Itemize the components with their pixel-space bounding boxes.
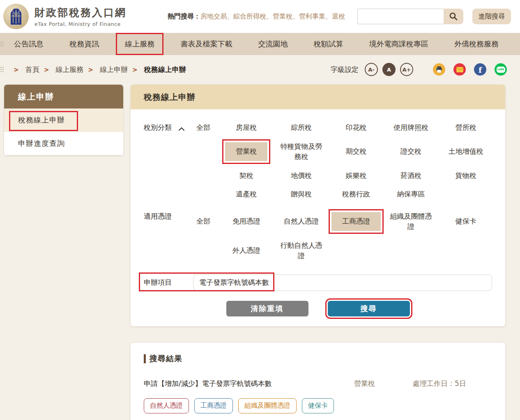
nav-item[interactable]: 外僑稅務服務 xyxy=(449,37,504,51)
result-title-link[interactable]: 申請【增加/減少】電子發票字軌號碼本數 xyxy=(144,379,354,388)
collapse-caret-icon[interactable] xyxy=(178,125,185,133)
results-heading-row: 搜尋結果 xyxy=(144,353,492,364)
tax-category-chip[interactable]: 贈與稅 xyxy=(288,187,315,202)
tax-category-chip[interactable]: 契稅 xyxy=(236,168,257,184)
clear-button[interactable]: 清除重填 xyxy=(226,301,308,316)
results-heading: 搜尋結果 xyxy=(150,353,182,364)
content: 線上申辦 稅務線上申辦 申辦進度查詢 稅務線上申辦 稅別分類 xyxy=(0,84,520,420)
tax-category-chip[interactable]: 納保專區 xyxy=(394,187,428,202)
breadcrumb-separator: > xyxy=(132,66,138,74)
facebook-icon[interactable]: f xyxy=(474,63,486,76)
breadcrumb-item: > 線上申辦 xyxy=(83,65,128,74)
breadcrumb-separator: > xyxy=(14,66,19,74)
tax-category-chip[interactable]: 地價稅 xyxy=(288,168,315,184)
hot-search-link[interactable]: 營利事業 xyxy=(299,12,325,20)
certificate-chip[interactable]: 工商憑證 xyxy=(331,212,381,231)
tax-category-chip[interactable]: 使用牌照稅 xyxy=(390,120,432,136)
share-icons: f LINE xyxy=(433,63,507,76)
site-title-block: 財政部稅務入口網 eTax Portal, Ministry of Financ… xyxy=(35,6,127,27)
breadcrumb-link[interactable]: 稅務線上申辦 xyxy=(144,65,186,74)
hot-search-link[interactable]: 房地交易 xyxy=(200,12,227,20)
site-logo[interactable]: 財政部稅務入口網 eTax Portal, Ministry of Financ… xyxy=(3,4,127,29)
search-submit-button[interactable] xyxy=(444,9,463,24)
certificate-chip[interactable]: 免用憑證 xyxy=(229,214,264,229)
tax-category-chip[interactable]: 貨物稅 xyxy=(452,168,480,184)
hot-search-link[interactable]: 退稅 xyxy=(332,12,345,20)
hot-search-item: 退稅、 xyxy=(332,12,345,20)
tax-category-chip[interactable]: 遺產稅 xyxy=(232,187,260,202)
certificate-chip[interactable]: 行動自然人憑證 xyxy=(275,238,328,264)
sidebar-item[interactable]: 稅務線上申辦 xyxy=(4,108,123,132)
certificate-chip[interactable]: 健保卡 xyxy=(452,214,480,229)
tax-category-chip[interactable]: 期交稅 xyxy=(342,144,370,159)
tax-category-chip[interactable]: 全部 xyxy=(193,120,214,136)
filter-card: 稅務線上申辦 稅別分類 全部 xyxy=(131,85,505,326)
certificate-tag[interactable]: 健保卡 xyxy=(302,398,334,413)
email-icon[interactable] xyxy=(453,63,466,76)
certificate-tag[interactable]: 自然人憑證 xyxy=(144,398,189,413)
certificate-chip[interactable]: 組織及團體憑證 xyxy=(385,209,437,235)
certificate-chip[interactable]: 自然人憑證 xyxy=(281,214,322,229)
breadcrumb-link[interactable]: 線上申辦 xyxy=(100,65,128,74)
site-title: 財政部稅務入口網 xyxy=(35,6,127,19)
tax-category-chip[interactable]: 印花稅 xyxy=(342,120,370,136)
certificate-tag[interactable]: 組織及團體憑證 xyxy=(238,398,297,413)
tax-category-chip[interactable]: 稅務行政 xyxy=(339,187,373,202)
certificate-chip[interactable]: 全部 xyxy=(193,214,214,229)
nav-item[interactable]: 公告訊息 xyxy=(9,37,48,51)
hot-search-link[interactable]: 綜合所得稅 xyxy=(233,12,266,20)
advanced-search-button[interactable]: 進階搜尋 xyxy=(472,9,511,24)
font-decrease-button[interactable]: A- xyxy=(365,63,378,76)
font-size-settings: 字級設定 A- A A+ xyxy=(331,63,413,76)
nav-items: 公告訊息 稅務資訊 線上服務 書表及檔案下載 交流園地 稅額試算 境外電商課稅專… xyxy=(9,37,504,51)
font-increase-button[interactable]: A+ xyxy=(400,63,413,76)
breadcrumb-link[interactable]: 線上服務 xyxy=(55,65,83,74)
tax-category-chip[interactable]: 娛樂稅 xyxy=(342,168,370,184)
certificate-tag[interactable]: 工商憑證 xyxy=(194,398,233,413)
filter-body: 稅別分類 全部 房屋稅 綜 xyxy=(131,109,505,326)
tax-category-chip[interactable]: 特種貨物及勞務稅 xyxy=(275,139,328,165)
sidebar-item[interactable]: 申辦進度查詢 xyxy=(4,132,123,155)
tax-category-chip[interactable]: 營所稅 xyxy=(452,120,480,136)
result-row: 申請【增加/減少】電子發票字軌號碼本數 營業稅 處理工作日：5日 xyxy=(144,379,492,388)
tax-category-chip[interactable]: 綜所稅 xyxy=(288,120,315,136)
nav-item[interactable]: 稅額試算 xyxy=(309,37,348,51)
print-icon[interactable] xyxy=(433,63,445,76)
hot-search-links: 房地交易、綜合所得稅、營業稅、營利事業、退稅、 xyxy=(200,12,345,20)
sidebar-items: 稅務線上申辦 申辦進度查詢 xyxy=(4,108,123,155)
breadcrumb-link[interactable]: 首頁 xyxy=(25,65,39,74)
hot-search-separator: 、 xyxy=(266,12,273,20)
facebook-f-glyph: f xyxy=(479,65,482,74)
breadcrumb-separator: > xyxy=(88,66,93,74)
certificate-grid: 全部 免用憑證 自然人憑證 工商憑證 組織及團體憑證 健保卡 xyxy=(189,209,492,264)
apply-item-input[interactable] xyxy=(193,275,492,291)
hot-search-separator: 、 xyxy=(325,12,332,20)
result-processing-days: 處理工作日：5日 xyxy=(413,379,466,388)
nav-item[interactable]: 稅務資訊 xyxy=(64,37,104,51)
tax-category-chip[interactable]: 營業稅 xyxy=(225,142,267,161)
nav-item[interactable]: 線上服務 xyxy=(120,37,159,51)
breadcrumb-item: > 首頁 xyxy=(9,65,39,74)
site-subtitle: eTax Portal, Ministry of Finance xyxy=(35,21,127,27)
font-normal-button[interactable]: A xyxy=(382,63,396,76)
hot-search-separator: 、 xyxy=(227,12,233,20)
tax-category-chip[interactable]: 證交稅 xyxy=(397,144,425,159)
apply-item-row: 申辦項目 xyxy=(144,275,492,291)
dots-marker-icon xyxy=(0,67,5,73)
nav-item[interactable]: 境外電商課稅專區 xyxy=(364,37,433,51)
certificate-chip[interactable]: 外人憑證 xyxy=(229,243,264,258)
line-icon[interactable]: LINE xyxy=(495,63,507,76)
nav-item[interactable]: 書表及檔案下載 xyxy=(175,37,237,51)
search-button[interactable]: 搜尋 xyxy=(328,301,410,316)
nav-item[interactable]: 交流園地 xyxy=(253,37,293,51)
form-buttons: 清除重填 搜尋 xyxy=(144,301,492,316)
apply-item-label: 申辦項目 xyxy=(144,278,193,287)
hot-search-item: 營業稅、 xyxy=(273,12,299,20)
search-input[interactable] xyxy=(357,9,444,24)
tax-category-chip[interactable]: 房屋稅 xyxy=(232,120,260,136)
line-logo-glyph: LINE xyxy=(497,67,505,73)
hot-search-item: 營利事業、 xyxy=(299,12,332,20)
hot-search-link[interactable]: 營業稅 xyxy=(273,12,292,20)
tax-category-chip[interactable]: 菸酒稅 xyxy=(397,168,425,184)
tax-category-chip[interactable]: 土地增值稅 xyxy=(445,144,487,159)
